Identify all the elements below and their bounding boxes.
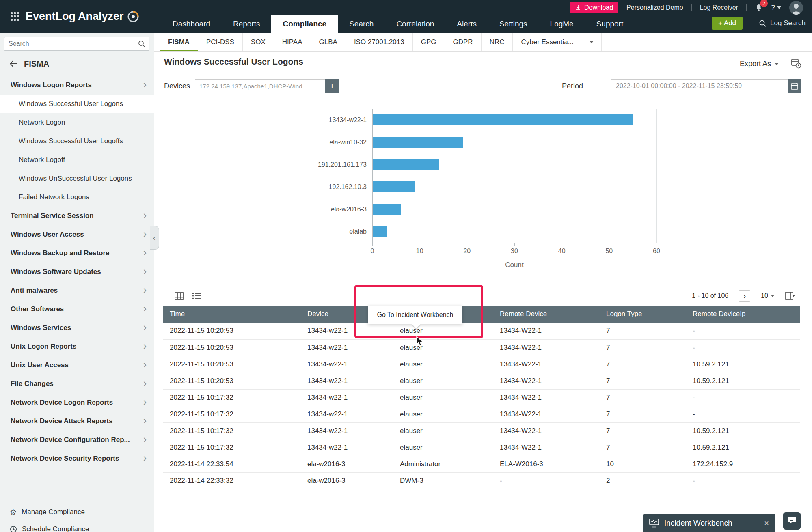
download-button[interactable]: Download (570, 2, 618, 13)
column-header-remote-device[interactable]: Remote Device (493, 306, 600, 323)
log-receiver-link[interactable]: Log Receiver (700, 4, 738, 11)
compliance-tab-glba[interactable]: GLBA (311, 33, 346, 51)
table-row[interactable]: 2022-11-14 22:33:32ela-w2016-3DWM-3-2- (163, 472, 800, 489)
compliance-tab-gpg[interactable]: GPG (413, 33, 445, 51)
compliance-tab-pci-dss[interactable]: PCI-DSS (198, 33, 243, 51)
cell-user[interactable]: elauser (393, 422, 493, 439)
period-input[interactable] (611, 79, 788, 93)
sidebar-item-windows-services[interactable]: Windows Services› (0, 319, 154, 337)
sidebar-item-windows-successful-user-logons[interactable]: Windows Successful User Logons (0, 95, 154, 113)
back-arrow-icon[interactable] (9, 60, 18, 68)
table-row[interactable]: 2022-11-15 10:20:5313434-w22-1elauser134… (163, 373, 800, 389)
column-header-time[interactable]: Time (163, 306, 301, 323)
bar-13434-w22-1[interactable] (373, 114, 633, 125)
table-row[interactable]: 2022-11-15 10:20:5313434-w22-1elauser134… (163, 356, 800, 373)
incident-workbench-tooltip[interactable]: Go To Incident Workbench (368, 306, 462, 324)
personalized-demo-link[interactable]: Personalized Demo (626, 4, 683, 11)
sidebar-item-terminal-service-session[interactable]: Terminal Service Session› (0, 207, 154, 225)
nav-tab-compliance[interactable]: Compliance (271, 15, 338, 33)
sidebar-item-other-softwares[interactable]: Other Softwares› (0, 300, 154, 319)
cell-user[interactable]: elauser (393, 373, 493, 389)
nav-tab-correlation[interactable]: Correlation (385, 15, 445, 33)
sidebar-item-anti-malwares[interactable]: Anti-malwares› (0, 281, 154, 300)
table-view-button[interactable] (173, 290, 185, 302)
devices-input[interactable] (195, 79, 326, 93)
table-row[interactable]: 2022-11-15 10:17:3213434-w22-1elauser134… (163, 422, 800, 439)
notifications-button[interactable]: 2 (755, 4, 763, 12)
add-button[interactable]: + Add (712, 17, 743, 30)
bar-elalab[interactable] (373, 226, 387, 237)
compliance-tab-nrc[interactable]: NRC (482, 33, 513, 51)
bar-191-201-161-173[interactable] (373, 159, 439, 170)
column-header-logon-type[interactable]: Logon Type (600, 306, 686, 323)
table-row[interactable]: 2022-11-15 10:17:3213434-w22-1elauser134… (163, 389, 800, 406)
sidebar-item-unix-logon-reports[interactable]: Unix Logon Reports› (0, 337, 154, 356)
sidebar-item-network-device-attack-reports[interactable]: Network Device Attack Reports› (0, 412, 154, 431)
sidebar-search-input[interactable] (4, 37, 149, 51)
bar-ela-win10-32[interactable] (373, 137, 463, 148)
table-row[interactable]: 2022-11-15 10:17:3213434-w22-1elauser134… (163, 439, 800, 456)
help-button[interactable]: ? (771, 4, 781, 12)
sidebar-item-windows-software-updates[interactable]: Windows Software Updates› (0, 263, 154, 281)
nav-tab-reports[interactable]: Reports (222, 15, 272, 33)
table-row[interactable]: 2022-11-15 10:20:5313434-w22-1elauser134… (163, 323, 800, 339)
compliance-tab-hipaa[interactable]: HIPAA (274, 33, 311, 51)
cell-user[interactable]: elauser (393, 339, 493, 356)
column-chooser-button[interactable] (785, 292, 795, 300)
incident-workbench-button[interactable]: Incident Workbench × (643, 514, 775, 532)
nav-tab-alerts[interactable]: Alerts (445, 15, 488, 33)
schedule-compliance-button[interactable]: Schedule Compliance (0, 522, 154, 532)
nav-tab-support[interactable]: Support (585, 15, 635, 33)
cell-user[interactable]: elauser (393, 439, 493, 456)
sidebar-item-windows-unsuccessful-user-logons[interactable]: Windows UnSuccessful User Logons (0, 169, 154, 188)
sidebar-collapse-handle[interactable]: ‹ (150, 226, 159, 250)
sidebar-item-windows-successful-user-logoffs[interactable]: Windows Successful User Logoffs (0, 132, 154, 151)
sidebar-item-network-device-security-reports[interactable]: Network Device Security Reports› (0, 449, 154, 468)
close-icon[interactable]: × (764, 519, 769, 527)
compliance-tab-cyber-essentia[interactable]: Cyber Essentia... (513, 33, 582, 51)
cell-user[interactable]: DWM-3 (393, 472, 493, 489)
compliance-tab-iso-27001-2013[interactable]: ISO 27001:2013 (346, 33, 413, 51)
chat-button[interactable] (783, 512, 801, 530)
next-page-button[interactable]: › (739, 290, 750, 302)
compliance-tab-sox[interactable]: SOX (243, 33, 274, 51)
sidebar-item-network-device-configuration-rep[interactable]: Network Device Configuration Rep...› (0, 431, 154, 449)
table-row[interactable]: 2022-11-15 10:17:3213434-w22-1elauser134… (163, 406, 800, 422)
nav-tab-settings[interactable]: Settings (488, 15, 539, 33)
compliance-tab-fisma[interactable]: FISMA (160, 33, 198, 51)
nav-tab-dashboard[interactable]: Dashboard (161, 15, 222, 33)
log-search-button[interactable]: Log Search (759, 19, 806, 27)
app-grid-icon[interactable] (11, 12, 19, 21)
table-row[interactable]: 2022-11-15 10:20:5313434-w22-1elauser134… (163, 339, 800, 356)
cell-user[interactable]: elauser (393, 323, 493, 339)
cell-user[interactable]: elauser (393, 406, 493, 422)
sidebar-item-network-device-logon-reports[interactable]: Network Device Logon Reports› (0, 393, 154, 412)
cell-user[interactable]: Administrator (393, 456, 493, 472)
table-row[interactable]: 2022-11-14 22:33:54ela-w2016-3Administra… (163, 456, 800, 472)
add-device-button[interactable]: + (325, 79, 339, 93)
sidebar-item-file-changes[interactable]: File Changes› (0, 375, 154, 393)
cell-user[interactable]: elauser (393, 356, 493, 373)
schedule-report-button[interactable] (791, 58, 801, 69)
compliance-tabs-dropdown[interactable] (582, 33, 602, 51)
sidebar-item-network-logon[interactable]: Network Logon (0, 113, 154, 132)
sidebar-item-windows-backup-and-restore[interactable]: Windows Backup and Restore› (0, 244, 154, 263)
column-header-remote-device-ip[interactable]: Remote DeviceIp (686, 306, 800, 323)
user-avatar[interactable] (789, 1, 803, 15)
calendar-button[interactable] (788, 79, 801, 93)
sidebar-item-windows-user-access[interactable]: Windows User Access› (0, 225, 154, 244)
compliance-tab-gdpr[interactable]: GDPR (445, 33, 482, 51)
sidebar-item-network-logoff[interactable]: Network Logoff (0, 151, 154, 169)
cell-user[interactable]: elauser (393, 389, 493, 406)
nav-tab-search[interactable]: Search (338, 15, 385, 33)
bar-ela-w2016-3[interactable] (373, 204, 401, 215)
sidebar-item-windows-logon-reports[interactable]: Windows Logon Reports› (0, 76, 154, 95)
sidebar-item-failed-network-logons[interactable]: Failed Network Logons (0, 188, 154, 207)
bar-192-162-10-3[interactable] (373, 181, 415, 192)
export-as-dropdown[interactable]: Export As (740, 60, 779, 68)
manage-compliance-button[interactable]: ⚙ Manage Compliance (0, 505, 154, 519)
sidebar-item-unix-user-access[interactable]: Unix User Access› (0, 356, 154, 375)
page-size-dropdown[interactable]: 10 (761, 292, 775, 299)
list-view-button[interactable] (190, 290, 203, 302)
nav-tab-logme[interactable]: LogMe (539, 15, 585, 33)
